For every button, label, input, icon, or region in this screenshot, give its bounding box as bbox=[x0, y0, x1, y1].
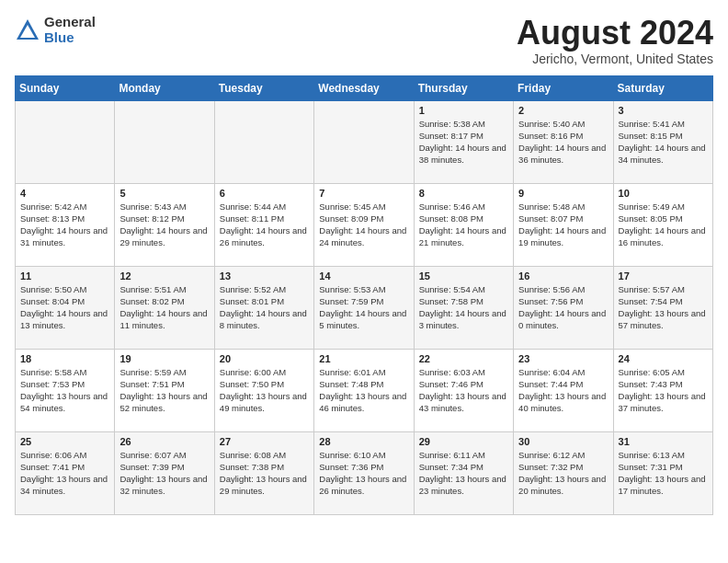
calendar-cell: 13Sunrise: 5:52 AM Sunset: 8:01 PM Dayli… bbox=[214, 266, 313, 349]
cell-content: Sunrise: 5:54 AM Sunset: 7:58 PM Dayligh… bbox=[419, 283, 508, 332]
calendar-cell: 21Sunrise: 6:01 AM Sunset: 7:48 PM Dayli… bbox=[314, 349, 414, 431]
cell-content: Sunrise: 5:48 AM Sunset: 8:07 PM Dayligh… bbox=[518, 201, 608, 249]
header-day-thursday: Thursday bbox=[414, 75, 513, 100]
cell-content: Sunrise: 6:04 AM Sunset: 7:44 PM Dayligh… bbox=[518, 366, 608, 415]
calendar-cell: 30Sunrise: 6:12 AM Sunset: 7:32 PM Dayli… bbox=[514, 431, 613, 514]
calendar-body: 1Sunrise: 5:38 AM Sunset: 8:17 PM Daylig… bbox=[16, 100, 713, 514]
day-number: 9 bbox=[518, 188, 608, 199]
day-number: 15 bbox=[419, 270, 508, 282]
day-number: 10 bbox=[619, 188, 708, 199]
calendar-cell bbox=[16, 100, 115, 183]
day-number: 25 bbox=[20, 436, 109, 447]
cell-content: Sunrise: 6:00 AM Sunset: 7:50 PM Dayligh… bbox=[220, 366, 309, 415]
day-number: 29 bbox=[419, 436, 508, 447]
cell-content: Sunrise: 6:03 AM Sunset: 7:46 PM Dayligh… bbox=[419, 366, 508, 415]
calendar-cell: 23Sunrise: 6:04 AM Sunset: 7:44 PM Dayli… bbox=[514, 349, 613, 431]
header-day-monday: Monday bbox=[115, 75, 214, 100]
page-header: General Blue August 2024 Jericho, Vermon… bbox=[15, 15, 713, 66]
cell-content: Sunrise: 5:58 AM Sunset: 7:53 PM Dayligh… bbox=[20, 366, 109, 415]
day-number: 20 bbox=[220, 353, 309, 364]
title-area: August 2024 Jericho, Vermont, United Sta… bbox=[517, 15, 713, 66]
calendar-table: SundayMondayTuesdayWednesdayThursdayFrid… bbox=[15, 75, 713, 515]
logo-icon bbox=[15, 17, 40, 43]
cell-content: Sunrise: 6:01 AM Sunset: 7:48 PM Dayligh… bbox=[319, 366, 408, 415]
calendar-cell bbox=[214, 100, 313, 183]
cell-content: Sunrise: 5:44 AM Sunset: 8:11 PM Dayligh… bbox=[220, 201, 309, 249]
day-number: 22 bbox=[419, 353, 508, 364]
logo: General Blue bbox=[15, 15, 96, 45]
cell-content: Sunrise: 5:51 AM Sunset: 8:02 PM Dayligh… bbox=[119, 283, 209, 332]
header-day-saturday: Saturday bbox=[613, 75, 712, 100]
calendar-cell: 18Sunrise: 5:58 AM Sunset: 7:53 PM Dayli… bbox=[16, 349, 115, 431]
logo-text: General Blue bbox=[44, 15, 96, 45]
calendar-cell: 28Sunrise: 6:10 AM Sunset: 7:36 PM Dayli… bbox=[314, 431, 414, 514]
logo-blue: Blue bbox=[44, 30, 96, 46]
cell-content: Sunrise: 5:42 AM Sunset: 8:13 PM Dayligh… bbox=[20, 201, 109, 249]
day-number: 27 bbox=[220, 436, 309, 447]
cell-content: Sunrise: 6:07 AM Sunset: 7:39 PM Dayligh… bbox=[119, 449, 209, 498]
cell-content: Sunrise: 6:11 AM Sunset: 7:34 PM Dayligh… bbox=[419, 449, 508, 498]
cell-content: Sunrise: 6:05 AM Sunset: 7:43 PM Dayligh… bbox=[619, 366, 708, 415]
calendar-cell: 5Sunrise: 5:43 AM Sunset: 8:12 PM Daylig… bbox=[115, 183, 214, 266]
calendar-cell: 26Sunrise: 6:07 AM Sunset: 7:39 PM Dayli… bbox=[115, 431, 214, 514]
calendar-cell: 24Sunrise: 6:05 AM Sunset: 7:43 PM Dayli… bbox=[613, 349, 712, 431]
day-number: 21 bbox=[319, 353, 408, 364]
header-day-sunday: Sunday bbox=[16, 75, 115, 100]
calendar-cell: 1Sunrise: 5:38 AM Sunset: 8:17 PM Daylig… bbox=[414, 100, 513, 183]
cell-content: Sunrise: 6:08 AM Sunset: 7:38 PM Dayligh… bbox=[220, 449, 309, 498]
cell-content: Sunrise: 5:38 AM Sunset: 8:17 PM Dayligh… bbox=[419, 118, 508, 167]
day-number: 31 bbox=[619, 436, 708, 447]
cell-content: Sunrise: 5:41 AM Sunset: 8:15 PM Dayligh… bbox=[619, 118, 708, 167]
day-number: 14 bbox=[319, 270, 408, 282]
day-number: 17 bbox=[619, 270, 708, 282]
cell-content: Sunrise: 5:46 AM Sunset: 8:08 PM Dayligh… bbox=[419, 201, 508, 249]
calendar-cell: 2Sunrise: 5:40 AM Sunset: 8:16 PM Daylig… bbox=[514, 100, 613, 183]
month-title: August 2024 bbox=[517, 15, 713, 52]
header-day-friday: Friday bbox=[514, 75, 613, 100]
location-title: Jericho, Vermont, United States bbox=[517, 52, 713, 66]
calendar-cell: 14Sunrise: 5:53 AM Sunset: 7:59 PM Dayli… bbox=[314, 266, 414, 349]
calendar-cell: 16Sunrise: 5:56 AM Sunset: 7:56 PM Dayli… bbox=[514, 266, 613, 349]
calendar-header: SundayMondayTuesdayWednesdayThursdayFrid… bbox=[16, 75, 713, 100]
day-number: 11 bbox=[20, 270, 109, 282]
day-number: 16 bbox=[518, 270, 608, 282]
day-number: 4 bbox=[20, 188, 109, 199]
day-number: 5 bbox=[119, 188, 209, 199]
cell-content: Sunrise: 5:49 AM Sunset: 8:05 PM Dayligh… bbox=[619, 201, 708, 249]
day-number: 23 bbox=[518, 353, 608, 364]
calendar-cell: 19Sunrise: 5:59 AM Sunset: 7:51 PM Dayli… bbox=[115, 349, 214, 431]
day-number: 2 bbox=[518, 105, 608, 116]
calendar-cell: 20Sunrise: 6:00 AM Sunset: 7:50 PM Dayli… bbox=[214, 349, 313, 431]
day-number: 24 bbox=[619, 353, 708, 364]
calendar-cell: 12Sunrise: 5:51 AM Sunset: 8:02 PM Dayli… bbox=[115, 266, 214, 349]
cell-content: Sunrise: 5:50 AM Sunset: 8:04 PM Dayligh… bbox=[20, 283, 109, 332]
day-number: 7 bbox=[319, 188, 408, 199]
cell-content: Sunrise: 6:10 AM Sunset: 7:36 PM Dayligh… bbox=[319, 449, 408, 498]
cell-content: Sunrise: 5:40 AM Sunset: 8:16 PM Dayligh… bbox=[518, 118, 608, 167]
cell-content: Sunrise: 5:53 AM Sunset: 7:59 PM Dayligh… bbox=[319, 283, 408, 332]
calendar-cell: 9Sunrise: 5:48 AM Sunset: 8:07 PM Daylig… bbox=[514, 183, 613, 266]
day-number: 18 bbox=[20, 353, 109, 364]
cell-content: Sunrise: 5:56 AM Sunset: 7:56 PM Dayligh… bbox=[518, 283, 608, 332]
day-number: 8 bbox=[419, 188, 508, 199]
cell-content: Sunrise: 5:59 AM Sunset: 7:51 PM Dayligh… bbox=[119, 366, 209, 415]
day-number: 28 bbox=[319, 436, 408, 447]
week-row-2: 4Sunrise: 5:42 AM Sunset: 8:13 PM Daylig… bbox=[16, 183, 713, 266]
cell-content: Sunrise: 6:06 AM Sunset: 7:41 PM Dayligh… bbox=[20, 449, 109, 498]
calendar-cell: 8Sunrise: 5:46 AM Sunset: 8:08 PM Daylig… bbox=[414, 183, 513, 266]
calendar-cell: 3Sunrise: 5:41 AM Sunset: 8:15 PM Daylig… bbox=[613, 100, 712, 183]
calendar-cell: 27Sunrise: 6:08 AM Sunset: 7:38 PM Dayli… bbox=[214, 431, 313, 514]
calendar-cell: 17Sunrise: 5:57 AM Sunset: 7:54 PM Dayli… bbox=[613, 266, 712, 349]
cell-content: Sunrise: 6:13 AM Sunset: 7:31 PM Dayligh… bbox=[619, 449, 708, 498]
calendar-cell: 7Sunrise: 5:45 AM Sunset: 8:09 PM Daylig… bbox=[314, 183, 414, 266]
calendar-cell: 22Sunrise: 6:03 AM Sunset: 7:46 PM Dayli… bbox=[414, 349, 513, 431]
week-row-1: 1Sunrise: 5:38 AM Sunset: 8:17 PM Daylig… bbox=[16, 100, 713, 183]
calendar-cell: 15Sunrise: 5:54 AM Sunset: 7:58 PM Dayli… bbox=[414, 266, 513, 349]
calendar-cell: 29Sunrise: 6:11 AM Sunset: 7:34 PM Dayli… bbox=[414, 431, 513, 514]
day-number: 3 bbox=[619, 105, 708, 116]
day-number: 12 bbox=[119, 270, 209, 282]
calendar-cell: 11Sunrise: 5:50 AM Sunset: 8:04 PM Dayli… bbox=[16, 266, 115, 349]
cell-content: Sunrise: 5:52 AM Sunset: 8:01 PM Dayligh… bbox=[220, 283, 309, 332]
calendar-cell: 25Sunrise: 6:06 AM Sunset: 7:41 PM Dayli… bbox=[16, 431, 115, 514]
header-row: SundayMondayTuesdayWednesdayThursdayFrid… bbox=[16, 75, 713, 100]
